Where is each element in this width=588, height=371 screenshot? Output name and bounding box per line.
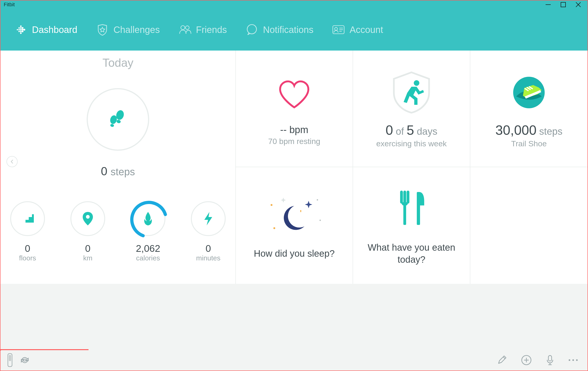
svg-point-47: [576, 360, 578, 361]
mini-distance[interactable]: 0 km: [70, 201, 105, 262]
nav-label: Dashboard: [32, 25, 77, 35]
badge-name: Trail Shoe: [511, 139, 547, 148]
minimize-button[interactable]: [545, 1, 551, 8]
nav-dashboard[interactable]: Dashboard: [14, 23, 77, 36]
bottom-toolbar: [1, 350, 587, 370]
exercise-days-readout: 0 of 5 days: [386, 122, 437, 138]
nav-label: Account: [350, 25, 383, 35]
fork-knife-icon: [392, 186, 431, 232]
sync-icon: [20, 355, 30, 365]
trail-shoe-badge-icon: [512, 69, 546, 116]
svg-point-31: [414, 80, 419, 86]
svg-rect-37: [403, 206, 406, 225]
nav-notifications[interactable]: Notifications: [245, 23, 314, 36]
nav-label: Notifications: [263, 25, 314, 35]
svg-point-13: [22, 27, 23, 29]
close-button[interactable]: [575, 1, 581, 8]
steps-unit: steps: [111, 166, 135, 177]
mini-active-minutes[interactable]: 0 minutes: [191, 201, 226, 262]
exercise-shield-icon: [388, 69, 435, 116]
heart-icon: [277, 71, 312, 118]
calories-progress-arc: [130, 200, 168, 239]
svg-point-12: [20, 33, 22, 34]
svg-point-9: [20, 27, 22, 29]
svg-point-36: [273, 227, 275, 229]
previous-day-button[interactable]: [7, 156, 18, 167]
shield-star-icon: [96, 23, 109, 36]
heart-rate-value: -- bpm: [280, 124, 308, 135]
tile-sleep[interactable]: How did you sleep?: [236, 167, 353, 284]
steps-value: 0: [101, 165, 107, 178]
mini-value: 0: [206, 243, 211, 254]
svg-rect-40: [9, 355, 11, 361]
voice-button[interactable]: [546, 355, 554, 366]
mini-value: 0: [85, 243, 90, 254]
nav-challenges[interactable]: Challenges: [96, 23, 160, 36]
svg-point-33: [271, 204, 273, 206]
svg-point-6: [19, 29, 20, 30]
navbar: Dashboard Challenges Friends: [0, 9, 588, 51]
heart-rate-resting: 70 bpm resting: [268, 137, 320, 146]
sync-button[interactable]: [20, 355, 30, 365]
tile-badge[interactable]: 30,000 steps Trail Shoe: [470, 51, 588, 167]
friends-icon: [178, 23, 191, 36]
svg-point-16: [23, 29, 25, 31]
svg-point-7: [19, 31, 20, 32]
edit-button[interactable]: [497, 355, 507, 365]
svg-point-15: [22, 31, 23, 32]
svg-point-28: [110, 124, 115, 127]
stairs-icon: [20, 210, 36, 227]
svg-point-5: [19, 27, 20, 29]
pencil-icon: [497, 355, 507, 365]
mini-value: 2,062: [136, 243, 160, 254]
dashboard-content: Today: [0, 51, 588, 284]
mini-label: km: [83, 254, 93, 262]
maximize-button[interactable]: [560, 2, 566, 8]
svg-point-4: [17, 29, 18, 30]
steps-progress-circle[interactable]: [87, 88, 149, 151]
svg-point-26: [116, 120, 121, 124]
lightning-bolt-icon: [202, 211, 214, 226]
chevron-left-icon: [10, 159, 14, 164]
ellipsis-icon: [568, 358, 578, 362]
tile-food[interactable]: What have you eaten today?: [353, 167, 470, 284]
mini-floors[interactable]: 0 floors: [10, 201, 45, 262]
nav-friends[interactable]: Friends: [178, 23, 227, 36]
today-title: Today: [0, 56, 235, 70]
speech-bubble-icon: [245, 23, 258, 36]
nav-account[interactable]: Account: [332, 23, 383, 36]
tile-heart-rate[interactable]: -- bpm 70 bpm resting: [236, 51, 353, 167]
svg-point-10: [20, 29, 22, 31]
add-button[interactable]: [521, 355, 532, 366]
svg-point-46: [572, 360, 574, 361]
svg-point-45: [569, 360, 570, 361]
window-title: Fitbit: [4, 2, 15, 8]
today-panel: Today: [0, 51, 236, 284]
mini-stats-row: 0 floors 0 km: [0, 201, 235, 262]
svg-point-21: [335, 27, 337, 30]
food-prompt: What have you eaten today?: [358, 241, 465, 265]
tracker-device-button[interactable]: [7, 353, 13, 367]
svg-point-8: [20, 25, 22, 27]
mini-calories[interactable]: 2,062 calories: [131, 201, 165, 262]
nav-label: Challenges: [114, 25, 160, 35]
microphone-icon: [546, 355, 554, 366]
svg-rect-44: [548, 355, 552, 361]
svg-point-11: [20, 31, 22, 32]
sleep-prompt: How did you sleep?: [254, 247, 335, 260]
svg-point-35: [319, 219, 321, 221]
nav-label: Friends: [196, 25, 227, 35]
app-window: Fitbit: [0, 0, 588, 371]
footsteps-icon: [105, 106, 131, 133]
mini-label: calories: [136, 254, 160, 262]
mini-label: minutes: [196, 254, 220, 262]
more-button[interactable]: [568, 358, 578, 362]
tiles-grid: -- bpm 70 bpm resting 0 of 5: [236, 51, 588, 284]
svg-rect-38: [417, 192, 420, 225]
tile-exercise[interactable]: 0 of 5 days exercising this week: [353, 51, 470, 167]
tracker-icon: [7, 353, 13, 367]
badge-value: 30,000 steps: [495, 122, 562, 138]
moon-stars-icon: [260, 192, 329, 238]
titlebar: Fitbit: [0, 0, 588, 9]
mini-label: floors: [19, 254, 36, 262]
